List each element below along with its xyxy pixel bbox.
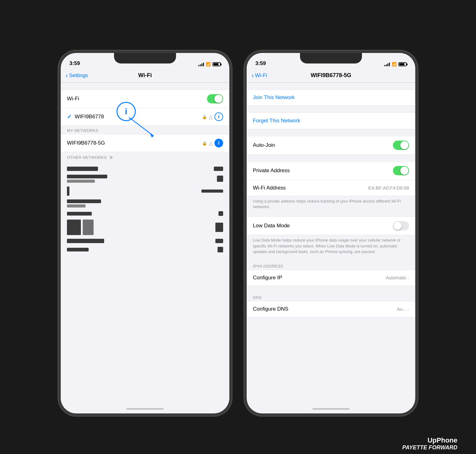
info-circle-connected[interactable]: i	[214, 112, 223, 121]
battery-left	[213, 62, 221, 66]
forget-network-row[interactable]: Forget This Network	[247, 112, 415, 129]
private-address-row[interactable]: Private Address	[247, 161, 415, 180]
blurred-bar-7b	[215, 239, 223, 243]
configure-ip-chevron: ›	[408, 275, 409, 280]
configure-dns-row[interactable]: Configure DNS Au... ›	[247, 301, 415, 317]
right-nav-bar: ‹ Wi-Fi WIFI9B6778-5G	[247, 68, 415, 83]
watermark-line2: PAYETTE FORWARD	[402, 444, 457, 451]
auto-join-toggle[interactable]	[393, 141, 409, 150]
private-address-toggle[interactable]	[393, 166, 409, 175]
signal-bar-4	[203, 63, 204, 66]
left-status-time: 3:59	[69, 60, 80, 67]
other-networks-header: OTHER NETWORKS	[67, 155, 107, 160]
wifi-toggle[interactable]	[207, 94, 223, 103]
right-phone: 3:59 📶 ‹ Wi-Fi WIFI9B67	[244, 50, 418, 416]
blurred-block-6c	[215, 223, 223, 232]
battery-right	[399, 62, 407, 66]
blurred-bar-7a	[67, 239, 104, 243]
signal-bar-r1	[384, 65, 385, 66]
spacer-6	[247, 286, 415, 293]
right-top-sections: Join This Network Forget This Network Au…	[247, 89, 415, 317]
signal-bar-r2	[386, 64, 387, 66]
left-phone: 3:59 📶 ‹ Settings Wi-Fi	[58, 50, 232, 416]
other-networks-header-row: OTHER NETWORKS ✳	[61, 152, 229, 162]
right-nav-back[interactable]: ‹ Wi-Fi	[252, 72, 267, 79]
watermark: UpPhone PAYETTE FORWARD	[402, 436, 457, 451]
wifi-toggle-label: Wi-Fi	[67, 96, 79, 102]
forget-network-label[interactable]: Forget This Network	[253, 118, 300, 124]
signal-bar-r3	[387, 63, 388, 66]
blurred-row-1	[61, 165, 229, 173]
private-address-label: Private Address	[253, 168, 290, 174]
phone-notch-right	[300, 53, 362, 63]
blurred-row-5	[61, 209, 229, 218]
configure-ip-value: Automatic	[386, 275, 407, 280]
left-back-label[interactable]: Settings	[69, 72, 88, 79]
wifi-status-icon-right: 📶	[392, 62, 397, 67]
blurred-row-4	[61, 198, 229, 209]
private-address-description: Using a private address helps reduce tra…	[247, 196, 415, 213]
battery-fill-left	[214, 63, 218, 65]
left-nav-back[interactable]: ‹ Settings	[66, 72, 88, 79]
battery-fill-right	[399, 63, 404, 65]
low-data-mode-row[interactable]: Low Data Mode	[247, 216, 415, 235]
connected-network-section: ✓ WIFI9B6778 🔒 △ i i	[61, 108, 229, 126]
join-network-row[interactable]: Join This Network	[247, 89, 415, 106]
blurred-bar-2b	[67, 180, 95, 183]
spacer-5	[247, 258, 415, 261]
blurred-bar-8b	[218, 247, 223, 252]
right-home-indicator	[247, 404, 415, 413]
blurred-row-2	[61, 173, 229, 185]
watermark-line1: UpPhone	[402, 436, 457, 444]
join-network-label[interactable]: Join This Network	[253, 94, 295, 101]
phone-notch-left	[114, 53, 176, 63]
auto-join-knob	[400, 141, 408, 149]
blurred-bar-3b	[201, 190, 223, 193]
blurred-row-7	[61, 237, 229, 245]
svg-line-0	[129, 117, 154, 136]
low-data-toggle[interactable]	[393, 221, 409, 230]
dns-section-header: DNS	[247, 293, 415, 301]
ipv4-section-header: IPV4 ADDRESS	[247, 261, 415, 270]
signal-bar-2	[200, 64, 201, 66]
wifi-checkmark: ✓	[67, 113, 72, 120]
wifi-status-icon-left: 📶	[206, 62, 211, 67]
configure-dns-chevron: ›	[408, 307, 409, 312]
blurred-bar-4b	[67, 204, 86, 207]
left-phone-screen: Wi-Fi ✓ WIFI9B6778 🔒 △ i	[61, 83, 229, 404]
signal-bar-3	[201, 63, 202, 66]
auto-join-row[interactable]: Auto-Join	[247, 136, 415, 155]
blurred-bar-4a	[67, 199, 101, 203]
right-nav-title: WIFI9B6778-5G	[311, 72, 351, 79]
wifi-signal-my: △	[209, 140, 213, 146]
connected-network-icons: 🔒 △ i	[202, 112, 223, 121]
signal-bars-left	[198, 63, 204, 66]
auto-join-label: Auto-Join	[253, 142, 275, 148]
spacer-2	[247, 129, 415, 136]
home-bar-right	[312, 408, 350, 410]
home-bar-left	[126, 408, 164, 410]
left-nav-title: Wi-Fi	[138, 72, 152, 79]
blurred-networks	[61, 162, 229, 404]
right-status-time: 3:59	[255, 60, 266, 67]
signal-bars-right	[384, 63, 390, 66]
battery-tip-left	[221, 63, 222, 65]
configure-ip-row[interactable]: Configure IP Automatic ›	[247, 270, 415, 286]
lock-icon-my: 🔒	[202, 141, 207, 146]
blurred-row-8	[61, 245, 229, 254]
configure-dns-right: Au... ›	[397, 306, 409, 312]
blurred-bar-2a	[67, 175, 107, 178]
wifi-address-label: Wi-Fi Address	[253, 185, 286, 191]
info-circle-my[interactable]: i	[214, 139, 223, 147]
wifi-address-value: EA:BF:A0:F4:D6:98	[368, 185, 409, 190]
annotation-arrow	[129, 117, 166, 142]
blurred-block-6b	[83, 220, 94, 235]
low-data-description: Low Data Mode helps reduce your iPhone d…	[247, 235, 415, 258]
wifi-toggle-row[interactable]: Wi-Fi	[61, 89, 229, 108]
annotation-wrapper: i	[117, 102, 136, 121]
wifi-address-row: Wi-Fi Address EA:BF:A0:F4:D6:98	[247, 180, 415, 196]
low-data-mode-label: Low Data Mode	[253, 223, 290, 229]
right-back-label[interactable]: Wi-Fi	[255, 72, 267, 79]
lock-icon-connected: 🔒	[202, 115, 207, 119]
spacer-1	[247, 106, 415, 112]
